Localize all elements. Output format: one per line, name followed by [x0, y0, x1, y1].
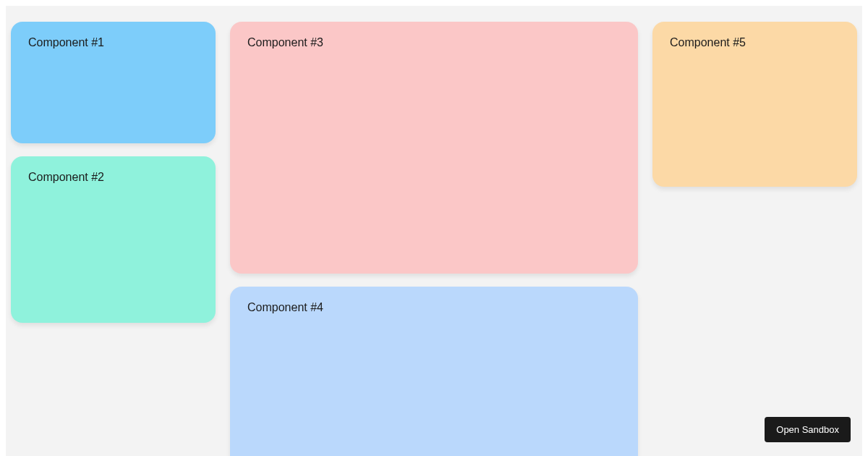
column-mid: Component #3 Component #4: [230, 22, 638, 456]
open-sandbox-label: Open Sandbox: [776, 424, 839, 435]
component-card-5[interactable]: Component #5: [652, 22, 857, 187]
component-label: Component #3: [247, 36, 323, 48]
column-left: Component #1 Component #2: [11, 22, 216, 456]
component-card-2[interactable]: Component #2: [11, 156, 216, 323]
preview-canvas: Component #1 Component #2 Component #3 C…: [6, 6, 862, 456]
column-right: Component #5: [652, 22, 857, 456]
component-label: Component #2: [28, 171, 104, 183]
component-card-3[interactable]: Component #3: [230, 22, 638, 274]
component-label: Component #4: [247, 301, 323, 313]
component-card-4[interactable]: Component #4: [230, 287, 638, 456]
open-sandbox-button[interactable]: Open Sandbox: [765, 417, 851, 442]
component-label: Component #1: [28, 36, 104, 48]
component-card-1[interactable]: Component #1: [11, 22, 216, 143]
component-label: Component #5: [670, 36, 746, 48]
